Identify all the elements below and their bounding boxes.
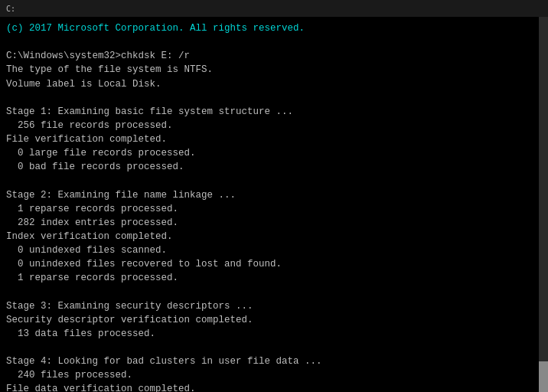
- scrollbar[interactable]: [539, 17, 548, 392]
- terminal-output: (c) 2017 Microsoft Corporation. All righ…: [0, 17, 548, 392]
- terminal-line: Volume label is Local Disk.: [6, 79, 161, 90]
- terminal-line: 282 index entries processed.: [6, 217, 178, 228]
- terminal-line: 0 large file records processed.: [6, 148, 196, 158]
- scrollbar-thumb[interactable]: [539, 361, 548, 392]
- terminal-line: 256 file records processed.: [6, 120, 173, 131]
- minimize-button[interactable]: [467, 0, 491, 17]
- terminal-line: The type of the file system is NTFS.: [6, 64, 213, 75]
- terminal-line: 240 files processed.: [6, 370, 132, 381]
- terminal-line: File verification completed.: [6, 134, 167, 145]
- terminal-line: File data verification completed.: [6, 384, 196, 392]
- app-window: C: (c) 2017 Microsoft Corporation. All r…: [0, 0, 548, 392]
- terminal-line: 0 unindexed files recovered to lost and …: [6, 259, 282, 270]
- terminal-line: C:\Windows\system32>chkdsk E: /r: [6, 51, 190, 61]
- terminal-line: 1 reparse records processed.: [6, 204, 178, 214]
- app-icon: C:: [5, 2, 17, 15]
- terminal-line: Security descriptor verification complet…: [6, 315, 253, 325]
- close-button[interactable]: [519, 0, 543, 17]
- terminal-line: 0 unindexed files scanned.: [6, 245, 167, 256]
- terminal-line: Stage 2: Examining file name linkage ...: [6, 190, 236, 201]
- terminal-line: 1 reparse records processed.: [6, 273, 178, 283]
- maximize-button[interactable]: [493, 0, 517, 17]
- terminal-line: (c) 2017 Microsoft Corporation. All righ…: [6, 23, 305, 34]
- svg-text:C:: C:: [6, 5, 15, 13]
- window-controls: [467, 0, 543, 17]
- title-bar: C:: [0, 0, 548, 17]
- terminal-line: 13 data files processed.: [6, 328, 155, 339]
- terminal-line: Stage 1: Examining basic file system str…: [6, 106, 293, 117]
- terminal-line: 0 bad file records processed.: [6, 162, 184, 172]
- terminal-line: Stage 4: Looking for bad clusters in use…: [6, 356, 322, 367]
- terminal-line: Index verification completed.: [6, 231, 173, 242]
- terminal-line: Stage 3: Examining security descriptors …: [6, 301, 253, 312]
